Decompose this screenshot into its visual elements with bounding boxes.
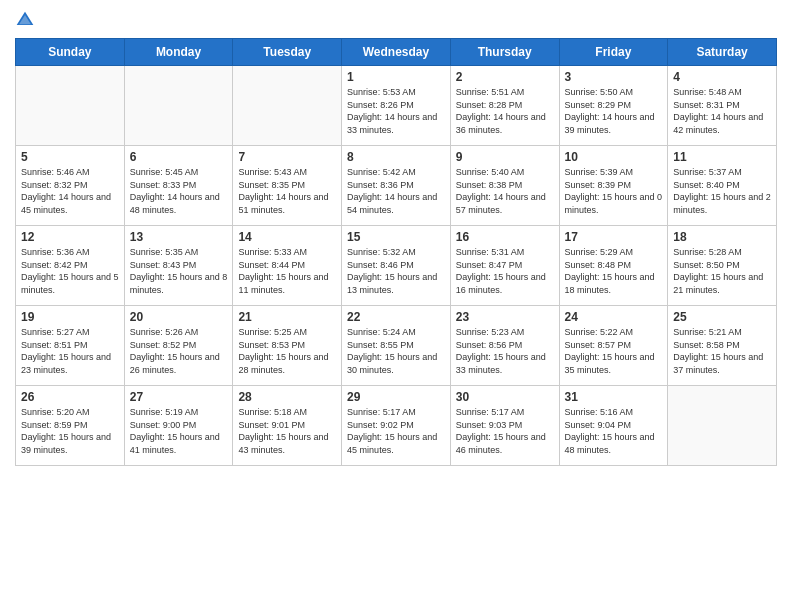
calendar-cell: 15Sunrise: 5:32 AM Sunset: 8:46 PM Dayli…	[342, 226, 451, 306]
calendar-cell: 27Sunrise: 5:19 AM Sunset: 9:00 PM Dayli…	[124, 386, 233, 466]
calendar-cell: 10Sunrise: 5:39 AM Sunset: 8:39 PM Dayli…	[559, 146, 668, 226]
calendar-header-row: SundayMondayTuesdayWednesdayThursdayFrid…	[16, 39, 777, 66]
day-info: Sunrise: 5:46 AM Sunset: 8:32 PM Dayligh…	[21, 166, 119, 216]
calendar-week-row: 5Sunrise: 5:46 AM Sunset: 8:32 PM Daylig…	[16, 146, 777, 226]
day-info: Sunrise: 5:53 AM Sunset: 8:26 PM Dayligh…	[347, 86, 445, 136]
day-number: 27	[130, 390, 228, 404]
day-info: Sunrise: 5:50 AM Sunset: 8:29 PM Dayligh…	[565, 86, 663, 136]
calendar-cell: 12Sunrise: 5:36 AM Sunset: 8:42 PM Dayli…	[16, 226, 125, 306]
calendar-cell: 5Sunrise: 5:46 AM Sunset: 8:32 PM Daylig…	[16, 146, 125, 226]
day-info: Sunrise: 5:25 AM Sunset: 8:53 PM Dayligh…	[238, 326, 336, 376]
col-header-thursday: Thursday	[450, 39, 559, 66]
day-number: 5	[21, 150, 119, 164]
day-number: 10	[565, 150, 663, 164]
calendar-cell: 28Sunrise: 5:18 AM Sunset: 9:01 PM Dayli…	[233, 386, 342, 466]
calendar-cell: 26Sunrise: 5:20 AM Sunset: 8:59 PM Dayli…	[16, 386, 125, 466]
calendar-cell: 17Sunrise: 5:29 AM Sunset: 8:48 PM Dayli…	[559, 226, 668, 306]
calendar-week-row: 1Sunrise: 5:53 AM Sunset: 8:26 PM Daylig…	[16, 66, 777, 146]
calendar-table: SundayMondayTuesdayWednesdayThursdayFrid…	[15, 38, 777, 466]
day-info: Sunrise: 5:48 AM Sunset: 8:31 PM Dayligh…	[673, 86, 771, 136]
logo	[15, 10, 39, 30]
day-info: Sunrise: 5:36 AM Sunset: 8:42 PM Dayligh…	[21, 246, 119, 296]
day-info: Sunrise: 5:23 AM Sunset: 8:56 PM Dayligh…	[456, 326, 554, 376]
calendar-cell: 16Sunrise: 5:31 AM Sunset: 8:47 PM Dayli…	[450, 226, 559, 306]
day-number: 23	[456, 310, 554, 324]
day-info: Sunrise: 5:27 AM Sunset: 8:51 PM Dayligh…	[21, 326, 119, 376]
day-info: Sunrise: 5:20 AM Sunset: 8:59 PM Dayligh…	[21, 406, 119, 456]
calendar-cell	[124, 66, 233, 146]
day-number: 17	[565, 230, 663, 244]
calendar-cell: 25Sunrise: 5:21 AM Sunset: 8:58 PM Dayli…	[668, 306, 777, 386]
calendar-cell: 11Sunrise: 5:37 AM Sunset: 8:40 PM Dayli…	[668, 146, 777, 226]
col-header-friday: Friday	[559, 39, 668, 66]
calendar-cell: 14Sunrise: 5:33 AM Sunset: 8:44 PM Dayli…	[233, 226, 342, 306]
day-number: 30	[456, 390, 554, 404]
calendar-body: 1Sunrise: 5:53 AM Sunset: 8:26 PM Daylig…	[16, 66, 777, 466]
day-info: Sunrise: 5:24 AM Sunset: 8:55 PM Dayligh…	[347, 326, 445, 376]
day-info: Sunrise: 5:35 AM Sunset: 8:43 PM Dayligh…	[130, 246, 228, 296]
day-info: Sunrise: 5:19 AM Sunset: 9:00 PM Dayligh…	[130, 406, 228, 456]
day-number: 13	[130, 230, 228, 244]
calendar-cell: 24Sunrise: 5:22 AM Sunset: 8:57 PM Dayli…	[559, 306, 668, 386]
day-info: Sunrise: 5:45 AM Sunset: 8:33 PM Dayligh…	[130, 166, 228, 216]
calendar-cell: 21Sunrise: 5:25 AM Sunset: 8:53 PM Dayli…	[233, 306, 342, 386]
day-number: 1	[347, 70, 445, 84]
calendar-cell: 30Sunrise: 5:17 AM Sunset: 9:03 PM Dayli…	[450, 386, 559, 466]
day-info: Sunrise: 5:43 AM Sunset: 8:35 PM Dayligh…	[238, 166, 336, 216]
day-number: 21	[238, 310, 336, 324]
calendar-cell: 31Sunrise: 5:16 AM Sunset: 9:04 PM Dayli…	[559, 386, 668, 466]
day-number: 29	[347, 390, 445, 404]
calendar-cell: 13Sunrise: 5:35 AM Sunset: 8:43 PM Dayli…	[124, 226, 233, 306]
col-header-sunday: Sunday	[16, 39, 125, 66]
day-number: 8	[347, 150, 445, 164]
day-info: Sunrise: 5:33 AM Sunset: 8:44 PM Dayligh…	[238, 246, 336, 296]
day-info: Sunrise: 5:26 AM Sunset: 8:52 PM Dayligh…	[130, 326, 228, 376]
day-info: Sunrise: 5:29 AM Sunset: 8:48 PM Dayligh…	[565, 246, 663, 296]
day-number: 4	[673, 70, 771, 84]
day-info: Sunrise: 5:32 AM Sunset: 8:46 PM Dayligh…	[347, 246, 445, 296]
calendar-cell: 1Sunrise: 5:53 AM Sunset: 8:26 PM Daylig…	[342, 66, 451, 146]
day-info: Sunrise: 5:37 AM Sunset: 8:40 PM Dayligh…	[673, 166, 771, 216]
calendar-cell: 4Sunrise: 5:48 AM Sunset: 8:31 PM Daylig…	[668, 66, 777, 146]
day-number: 31	[565, 390, 663, 404]
calendar-cell: 20Sunrise: 5:26 AM Sunset: 8:52 PM Dayli…	[124, 306, 233, 386]
calendar-cell	[668, 386, 777, 466]
day-info: Sunrise: 5:17 AM Sunset: 9:03 PM Dayligh…	[456, 406, 554, 456]
calendar-cell: 22Sunrise: 5:24 AM Sunset: 8:55 PM Dayli…	[342, 306, 451, 386]
day-number: 9	[456, 150, 554, 164]
calendar-cell: 19Sunrise: 5:27 AM Sunset: 8:51 PM Dayli…	[16, 306, 125, 386]
day-info: Sunrise: 5:40 AM Sunset: 8:38 PM Dayligh…	[456, 166, 554, 216]
col-header-tuesday: Tuesday	[233, 39, 342, 66]
day-number: 20	[130, 310, 228, 324]
logo-icon	[15, 10, 35, 30]
day-number: 12	[21, 230, 119, 244]
day-info: Sunrise: 5:18 AM Sunset: 9:01 PM Dayligh…	[238, 406, 336, 456]
col-header-wednesday: Wednesday	[342, 39, 451, 66]
day-number: 18	[673, 230, 771, 244]
day-info: Sunrise: 5:42 AM Sunset: 8:36 PM Dayligh…	[347, 166, 445, 216]
calendar-cell: 18Sunrise: 5:28 AM Sunset: 8:50 PM Dayli…	[668, 226, 777, 306]
calendar-cell: 29Sunrise: 5:17 AM Sunset: 9:02 PM Dayli…	[342, 386, 451, 466]
calendar-cell: 9Sunrise: 5:40 AM Sunset: 8:38 PM Daylig…	[450, 146, 559, 226]
calendar-cell: 3Sunrise: 5:50 AM Sunset: 8:29 PM Daylig…	[559, 66, 668, 146]
calendar-week-row: 26Sunrise: 5:20 AM Sunset: 8:59 PM Dayli…	[16, 386, 777, 466]
day-number: 14	[238, 230, 336, 244]
day-info: Sunrise: 5:17 AM Sunset: 9:02 PM Dayligh…	[347, 406, 445, 456]
col-header-saturday: Saturday	[668, 39, 777, 66]
day-number: 28	[238, 390, 336, 404]
day-number: 11	[673, 150, 771, 164]
day-info: Sunrise: 5:28 AM Sunset: 8:50 PM Dayligh…	[673, 246, 771, 296]
calendar-cell: 7Sunrise: 5:43 AM Sunset: 8:35 PM Daylig…	[233, 146, 342, 226]
day-number: 6	[130, 150, 228, 164]
calendar-week-row: 12Sunrise: 5:36 AM Sunset: 8:42 PM Dayli…	[16, 226, 777, 306]
day-number: 25	[673, 310, 771, 324]
day-info: Sunrise: 5:39 AM Sunset: 8:39 PM Dayligh…	[565, 166, 663, 216]
day-number: 19	[21, 310, 119, 324]
day-number: 7	[238, 150, 336, 164]
day-info: Sunrise: 5:22 AM Sunset: 8:57 PM Dayligh…	[565, 326, 663, 376]
day-info: Sunrise: 5:16 AM Sunset: 9:04 PM Dayligh…	[565, 406, 663, 456]
calendar-cell: 8Sunrise: 5:42 AM Sunset: 8:36 PM Daylig…	[342, 146, 451, 226]
day-number: 24	[565, 310, 663, 324]
day-number: 3	[565, 70, 663, 84]
day-number: 15	[347, 230, 445, 244]
